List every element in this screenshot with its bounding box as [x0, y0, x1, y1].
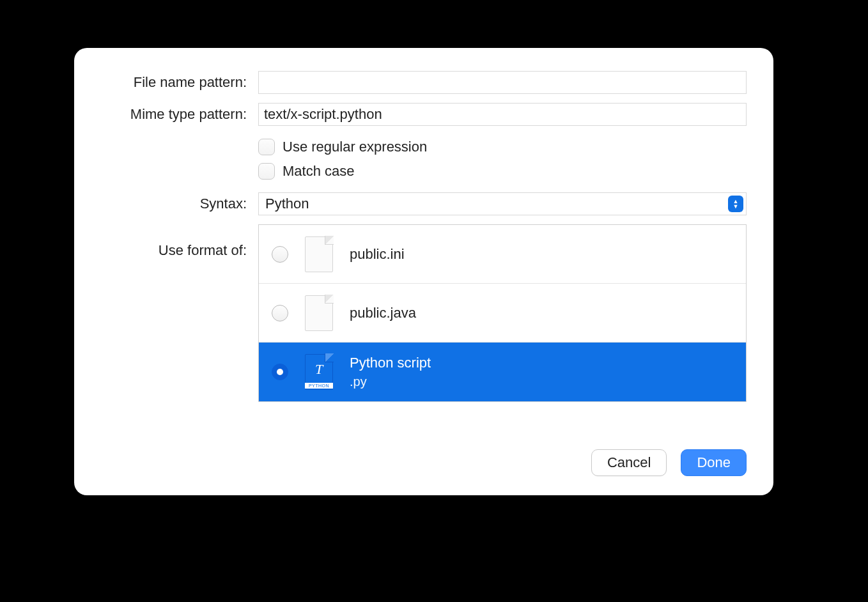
format-title: Python script — [350, 354, 431, 372]
match-case-checkbox[interactable] — [258, 163, 275, 180]
generic-file-icon — [305, 236, 333, 272]
format-radio[interactable] — [272, 246, 288, 263]
label-use-format-of: Use format of: — [101, 224, 258, 259]
row-mime-type-pattern: Mime type pattern: — [101, 103, 747, 126]
file-name-pattern-input[interactable] — [258, 71, 747, 94]
stepper-arrows-icon: ▲▼ — [728, 196, 743, 212]
format-list: public.ini public.java T — [258, 224, 747, 402]
cancel-button[interactable]: Cancel — [591, 449, 667, 476]
use-regex-checkbox[interactable] — [258, 139, 275, 155]
format-title: public.java — [350, 304, 416, 322]
done-button[interactable]: Done — [681, 449, 747, 476]
format-radio[interactable] — [272, 364, 288, 380]
format-subtitle: .py — [350, 374, 431, 390]
syntax-select[interactable]: Python ▲▼ — [258, 192, 747, 215]
python-file-icon: T PYTHON — [305, 354, 333, 390]
format-item-ini[interactable]: public.ini — [259, 225, 746, 284]
label-mime-type-pattern: Mime type pattern: — [101, 106, 258, 123]
file-type-dialog: File name pattern: Mime type pattern: Us… — [74, 48, 773, 495]
label-syntax: Syntax: — [101, 196, 258, 212]
row-syntax: Syntax: Python ▲▼ — [101, 192, 747, 215]
format-radio[interactable] — [272, 305, 288, 321]
generic-file-icon — [305, 295, 333, 331]
syntax-selected-value: Python — [265, 196, 309, 212]
format-title: public.ini — [350, 245, 405, 263]
row-use-regex: Use regular expression Match case — [101, 135, 747, 183]
format-item-python[interactable]: T PYTHON Python script .py — [259, 343, 746, 401]
row-use-format-of: Use format of: public.ini — [101, 224, 747, 402]
label-match-case: Match case — [283, 163, 355, 180]
mime-type-pattern-input[interactable] — [258, 103, 747, 126]
label-use-regex: Use regular expression — [283, 139, 427, 155]
format-item-java[interactable]: public.java — [259, 284, 746, 343]
dialog-buttons: Cancel Done — [591, 449, 747, 476]
label-file-name-pattern: File name pattern: — [101, 74, 258, 91]
row-file-name-pattern: File name pattern: — [101, 71, 747, 94]
